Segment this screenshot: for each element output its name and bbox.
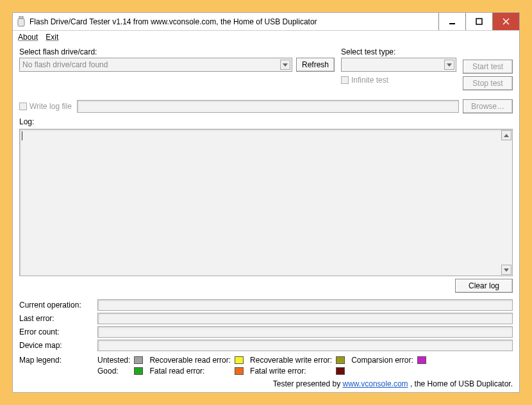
svg-marker-7 (447, 63, 452, 67)
legend-cmp-label: Comparsion error: (351, 356, 413, 365)
infinite-test-label: Infinite test (351, 76, 388, 85)
minimize-button[interactable] (438, 13, 465, 30)
window-title: Flash Drive/Card Tester v1.14 from www.v… (29, 17, 438, 26)
legend-rwe-swatch (336, 356, 345, 364)
menu-exit[interactable]: Exit (46, 33, 58, 42)
maximize-button[interactable] (465, 13, 492, 30)
chevron-down-icon (280, 60, 290, 70)
stop-test-button[interactable]: Stop test (463, 76, 513, 90)
legend-good-label: Good: (97, 367, 130, 376)
current-operation-label: Current operation: (19, 301, 94, 310)
write-log-label: Write log file (29, 102, 72, 111)
test-type-label: Select test type: (341, 47, 456, 56)
titlebar[interactable]: Flash Drive/Card Tester v1.14 from www.v… (13, 13, 519, 31)
app-window: Flash Drive/Card Tester v1.14 from www.v… (12, 12, 520, 393)
chevron-down-icon (444, 60, 454, 70)
menu-about[interactable]: About (18, 33, 38, 42)
legend-untested-label: Untested: (97, 356, 130, 365)
current-operation-field (97, 299, 513, 311)
log-textarea[interactable] (19, 129, 513, 276)
device-map-field (97, 340, 513, 351)
error-count-field (97, 326, 513, 338)
device-map-label: Device map: (19, 341, 94, 350)
footer-link[interactable]: www.vconsole.com (343, 379, 408, 388)
footer: Tester presented by www.vconsole.com , t… (19, 379, 513, 388)
footer-prefix: Tester presented by (273, 379, 343, 388)
footer-suffix: , the Home of USB Duplicator. (410, 379, 513, 388)
legend-untested-swatch (134, 356, 143, 364)
log-file-path-input[interactable] (77, 100, 459, 113)
legend-rre-swatch (235, 356, 244, 364)
svg-rect-1 (18, 19, 24, 26)
refresh-button[interactable]: Refresh (296, 58, 335, 72)
legend-rre-label: Recoverable read error: (149, 356, 231, 365)
svg-rect-2 (449, 23, 455, 24)
write-log-checkbox[interactable] (19, 103, 27, 110)
close-button[interactable] (492, 13, 519, 30)
clear-log-button[interactable]: Clear log (455, 279, 513, 293)
menubar: About Exit (13, 31, 519, 44)
last-error-label: Last error: (19, 314, 94, 323)
legend-fre-swatch (235, 367, 244, 375)
scroll-down-button[interactable] (501, 265, 511, 275)
infinite-test-checkbox[interactable] (341, 76, 349, 84)
start-test-button[interactable]: Start test (463, 60, 513, 74)
test-type-select[interactable] (341, 58, 456, 72)
map-legend-label: Map legend: (19, 356, 94, 365)
svg-marker-9 (504, 269, 509, 272)
legend-fwe-swatch (336, 367, 345, 375)
svg-marker-6 (283, 63, 288, 67)
legend-fre-label: Fatal read error: (149, 367, 231, 376)
drive-select-value: No flash drive/card found (22, 60, 108, 69)
text-cursor (22, 131, 22, 140)
last-error-field (97, 313, 513, 324)
app-icon (17, 16, 26, 28)
scroll-up-button[interactable] (501, 130, 511, 140)
legend-cmp-swatch (417, 356, 426, 364)
log-label: Log: (19, 117, 513, 126)
drive-select-label: Select flash drive/card: (19, 47, 335, 56)
svg-rect-3 (476, 19, 482, 24)
browse-button[interactable]: Browse… (463, 99, 513, 113)
legend-good-swatch (134, 367, 143, 375)
drive-select[interactable]: No flash drive/card found (19, 58, 292, 72)
legend-fwe-label: Fatal write error: (250, 367, 332, 376)
legend-rwe-label: Recoverable write error: (250, 356, 332, 365)
map-legend: Untested: Recoverable read error: Recove… (97, 356, 429, 376)
svg-marker-8 (504, 134, 509, 137)
svg-rect-0 (19, 16, 23, 19)
error-count-label: Error count: (19, 327, 94, 336)
